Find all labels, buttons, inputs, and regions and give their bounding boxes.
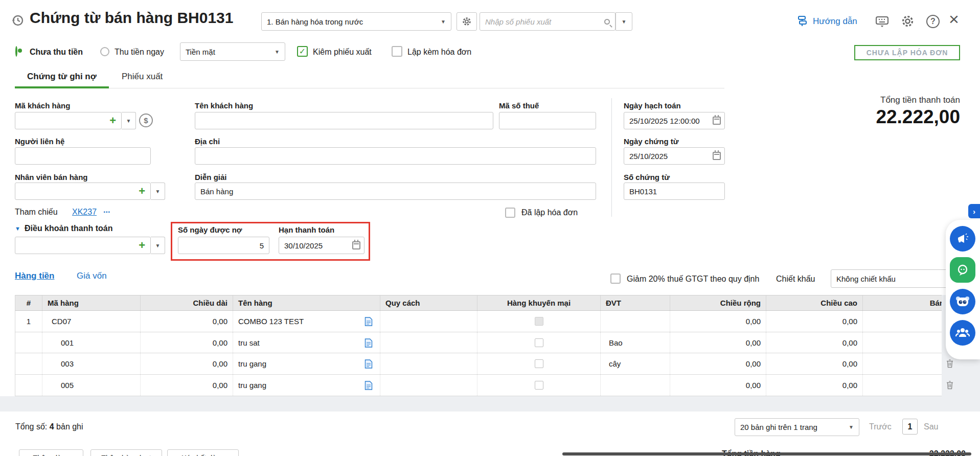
tab-link-cost[interactable]: Giá vốn bbox=[77, 271, 107, 281]
cell-name[interactable]: tru gang bbox=[233, 353, 380, 374]
item-detail-icon[interactable] bbox=[364, 317, 373, 326]
cell-name[interactable]: tru sat bbox=[233, 332, 380, 353]
cell-width[interactable]: 0,00 bbox=[670, 375, 766, 396]
price-policy-icon[interactable]: $ bbox=[139, 113, 153, 127]
calendar-icon[interactable] bbox=[713, 117, 721, 125]
doc-date-input[interactable]: 25/10/2025 bbox=[624, 147, 725, 165]
page-number-input[interactable]: 1 bbox=[902, 419, 918, 435]
address-input[interactable] bbox=[195, 147, 596, 165]
reference-link[interactable]: XK237 bbox=[72, 208, 97, 217]
document-type-select[interactable]: 1. Bán hàng hóa trong nước ▼ bbox=[261, 12, 451, 31]
promo-checkbox[interactable] bbox=[535, 359, 543, 368]
cell-promo[interactable] bbox=[477, 332, 601, 353]
export-slip-label[interactable]: Kiêm phiếu xuất bbox=[313, 48, 372, 57]
history-icon[interactable] bbox=[10, 13, 25, 30]
promo-checkbox[interactable] bbox=[535, 338, 543, 347]
chat-support-button[interactable] bbox=[950, 257, 975, 283]
cell-spec[interactable] bbox=[380, 332, 477, 353]
col-header-name[interactable]: Tên hàng bbox=[233, 295, 380, 310]
customer-code-input[interactable]: + bbox=[15, 112, 122, 129]
announcement-button[interactable] bbox=[950, 226, 975, 252]
export-slip-checkbox[interactable]: ✓ bbox=[297, 46, 308, 57]
add-bulk-button[interactable]: Thêm hàng loạt bbox=[90, 449, 162, 456]
customer-name-input[interactable] bbox=[195, 112, 493, 129]
payment-method-select[interactable]: Tiền mặt ▼ bbox=[180, 42, 285, 61]
tax-code-input[interactable] bbox=[499, 112, 596, 129]
cell-name[interactable]: tru gang bbox=[233, 375, 380, 396]
cell-name[interactable]: COMBO 123 TEST bbox=[233, 311, 380, 332]
table-row[interactable]: 003 0,00 tru gang cây 0,00 0,00 0,00 bbox=[15, 353, 942, 375]
cell-unit[interactable] bbox=[601, 375, 670, 396]
cell-code[interactable]: 005 bbox=[42, 375, 141, 396]
cell-width[interactable]: 0,00 bbox=[670, 353, 766, 374]
clear-rows-button[interactable]: Xóa hết dòng bbox=[167, 449, 239, 456]
col-header-stt[interactable]: # bbox=[15, 295, 42, 310]
cell-height[interactable]: 0,00 bbox=[766, 375, 863, 396]
tab-debit-document[interactable]: Chứng từ ghi nợ bbox=[27, 72, 97, 82]
reference-more-link[interactable]: ... bbox=[103, 206, 110, 215]
cell-spec[interactable] bbox=[380, 353, 477, 374]
cell-height[interactable]: 0,00 bbox=[766, 311, 863, 332]
col-header-promo[interactable]: Hàng khuyến mại bbox=[477, 295, 601, 310]
cell-code[interactable]: 001 bbox=[42, 332, 141, 353]
delete-row-icon[interactable] bbox=[946, 359, 954, 368]
cell-spec[interactable] bbox=[380, 311, 477, 332]
cell-promo[interactable] bbox=[477, 353, 601, 374]
debt-days-input[interactable]: 5 bbox=[178, 237, 269, 254]
cell-spec[interactable] bbox=[380, 375, 477, 396]
cell-height[interactable]: 0,00 bbox=[766, 353, 863, 374]
cell-promo[interactable] bbox=[477, 375, 601, 396]
terms-label[interactable]: Điều khoản thanh toán bbox=[25, 224, 112, 233]
delete-row-icon[interactable] bbox=[946, 380, 954, 390]
prev-page-button[interactable]: Trước bbox=[869, 422, 892, 431]
customer-code-dropdown[interactable]: ▼ bbox=[122, 112, 136, 129]
salesman-dropdown[interactable]: ▼ bbox=[151, 183, 165, 200]
col-header-radius[interactable]: Bán kính bbox=[863, 295, 942, 310]
col-header-spec[interactable]: Quy cách bbox=[380, 295, 477, 310]
search-dropdown-button[interactable]: ▼ bbox=[616, 12, 632, 31]
cell-length[interactable]: 0,00 bbox=[141, 353, 233, 374]
radio-not-collected[interactable] bbox=[15, 46, 17, 57]
calendar-icon[interactable] bbox=[713, 152, 721, 160]
radio-collect-now-label[interactable]: Thu tiền ngay bbox=[115, 48, 164, 57]
radio-not-collected-label[interactable]: Chưa thu tiền bbox=[30, 48, 83, 57]
col-header-height[interactable]: Chiều cao bbox=[766, 295, 863, 310]
ai-assistant-button[interactable] bbox=[950, 289, 975, 314]
with-invoice-checkbox[interactable] bbox=[392, 46, 402, 57]
search-settings-button[interactable] bbox=[457, 12, 477, 31]
search-input[interactable]: Nhập số phiếu xuất bbox=[480, 12, 616, 31]
add-customer-icon[interactable]: + bbox=[109, 115, 116, 126]
cell-height[interactable]: 0,00 bbox=[766, 332, 863, 353]
help-icon[interactable]: ? bbox=[926, 15, 940, 28]
contact-input[interactable] bbox=[15, 147, 151, 165]
vat-reduction-label[interactable]: Giảm 20% thuế GTGT theo quy định bbox=[627, 275, 759, 284]
horizontal-scrollbar[interactable] bbox=[562, 452, 971, 455]
collapse-panel-tab[interactable]: › bbox=[968, 204, 980, 218]
cell-radius[interactable]: 0,00 bbox=[863, 311, 942, 332]
terms-input[interactable]: + bbox=[15, 237, 151, 254]
promo-checkbox[interactable] bbox=[535, 381, 543, 390]
table-row[interactable]: 001 0,00 tru sat Bao 0,00 0,00 0,00 bbox=[15, 332, 942, 353]
description-input[interactable]: Bán hàng bbox=[195, 183, 596, 200]
cell-width[interactable]: 0,00 bbox=[670, 311, 766, 332]
add-salesman-icon[interactable]: + bbox=[139, 186, 145, 197]
close-icon[interactable]: × bbox=[949, 9, 959, 29]
cell-unit[interactable]: Bao bbox=[601, 332, 670, 353]
keyboard-shortcut-icon[interactable] bbox=[875, 15, 889, 30]
vat-reduction-checkbox[interactable] bbox=[610, 273, 621, 284]
col-header-length[interactable]: Chiều dài bbox=[141, 295, 233, 310]
cell-promo[interactable] bbox=[477, 311, 601, 332]
cell-width[interactable]: 0,00 bbox=[670, 332, 766, 353]
col-header-width[interactable]: Chiều rộng bbox=[670, 295, 766, 310]
cell-unit[interactable] bbox=[601, 311, 670, 332]
tab-export-slip[interactable]: Phiếu xuất bbox=[122, 72, 163, 82]
cell-radius[interactable]: 0,00 bbox=[863, 375, 942, 396]
due-date-input[interactable]: 30/10/2025 bbox=[279, 237, 364, 254]
invoiced-checkbox-label[interactable]: Đã lập hóa đơn bbox=[521, 208, 578, 217]
radio-collect-now[interactable] bbox=[100, 47, 109, 56]
tab-link-items[interactable]: Hàng tiền bbox=[15, 271, 54, 281]
table-row[interactable]: 1 CD07 0,00 COMBO 123 TEST 0,00 0,00 0,0… bbox=[15, 311, 942, 332]
calendar-icon[interactable] bbox=[352, 241, 360, 249]
col-header-code[interactable]: Mã hàng bbox=[42, 295, 141, 310]
cell-code[interactable]: 003 bbox=[42, 353, 141, 374]
